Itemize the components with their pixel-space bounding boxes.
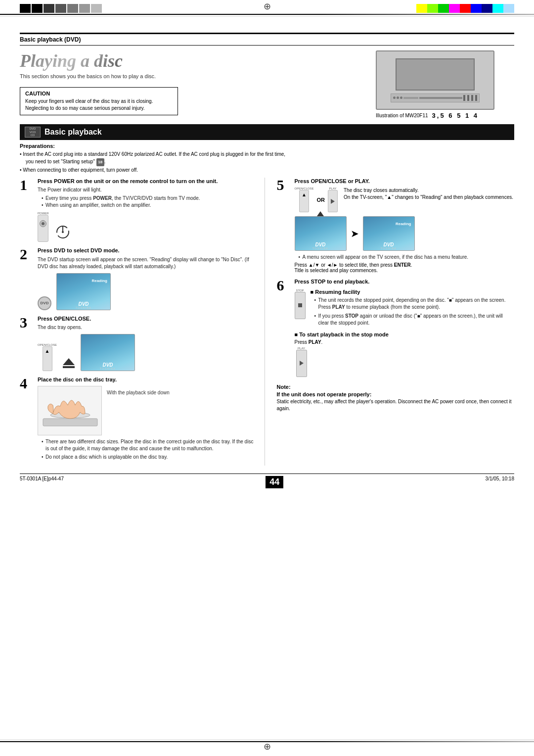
- step-5-title: Press OPEN/CLOSE or PLAY.: [295, 178, 515, 185]
- page-header: Basic playback (DVD): [20, 33, 514, 46]
- power-symbol: [54, 223, 72, 242]
- step-2-illus: DVD Reading DVD TOSHIBA: [38, 273, 258, 310]
- step-2: 2 Press DVD to select DVD mode. The DVD …: [20, 247, 258, 310]
- step-4-content: Place the disc on the disc tray.: [38, 376, 258, 460]
- page-title: Playing a disc: [20, 50, 178, 71]
- note-section: Note: If the unit does not operate prope…: [277, 384, 515, 412]
- swatch-dark1: [44, 4, 54, 13]
- power-btn: [38, 215, 48, 242]
- header-title: Basic playback (DVD): [20, 36, 81, 43]
- step-5-bullets: A menu screen will appear on the TV scre…: [295, 254, 515, 273]
- s5-b1: A menu screen will appear on the TV scre…: [299, 254, 515, 261]
- footer-left: 5T-0301A [E]p44-47: [20, 476, 64, 488]
- step-6-title: Press STOP to end playback.: [295, 278, 515, 285]
- play-stop-mode-area: PLAY: [295, 347, 309, 377]
- play-triangle-2: [300, 361, 304, 366]
- resuming-b1: The unit records the stopped point, depe…: [314, 297, 515, 311]
- openclose-btn-area: OPEN/CLOSE ▲: [38, 343, 57, 371]
- svg-marker-3: [63, 358, 75, 365]
- s5-oc-area: OPEN/CLOSE ▲: [295, 187, 314, 212]
- badge-18: 18: [96, 158, 104, 166]
- stop-btn-area: STOP: [295, 289, 306, 319]
- toshiba-5b: TOSHIBA: [381, 247, 397, 250]
- stop-label: STOP: [296, 289, 304, 292]
- bottom-line: [0, 741, 534, 742]
- step-5-content: Press OPEN/CLOSE or PLAY. OPEN/CLOSE ▲ O…: [295, 178, 515, 273]
- svg-rect-4: [63, 366, 75, 368]
- step-1-b2: When using an amplifier, switch on the a…: [42, 202, 258, 209]
- step-2-text: The DVD startup screen will appear on th…: [38, 256, 258, 270]
- device-mock: [376, 50, 494, 110]
- s5-screen2: Reading DVD TOSHIBA: [363, 216, 415, 251]
- stop-btn: [295, 292, 306, 319]
- arrow-right: ➤: [351, 228, 359, 239]
- s5-press-text: Press ▲/▼ or ◄/► to select title, then p…: [295, 262, 515, 268]
- prep-item1: • Insert the AC cord plug into a standar…: [20, 150, 514, 158]
- s5-text1: The disc tray closes automatically.: [344, 187, 513, 194]
- power-circle: [40, 220, 46, 227]
- preparations-title: Preparations:: [20, 143, 514, 149]
- toshiba-5a: TOSHIBA: [312, 247, 328, 250]
- top-black-swatches: [20, 4, 102, 13]
- prep-item1b: you need to set "Starting setup" 18.: [20, 158, 514, 166]
- title-left: Playing a disc This section shows you th…: [20, 50, 178, 119]
- ctrl-vert2: [467, 95, 469, 101]
- dvd-disc-icon: DVD: [38, 296, 51, 310]
- step-3-number: 3: [20, 315, 35, 330]
- step-4-illus: With the playback side down: [38, 386, 258, 435]
- play-triangle: [331, 199, 335, 204]
- illus-numbers: 3,5 6 5 1 4: [432, 112, 479, 119]
- steps-left-col: 1 Press POWER on the unit or on the remo…: [20, 178, 265, 466]
- step-6-content: Press STOP to end playback. STOP ■ Resum…: [295, 278, 515, 377]
- step-4-bullets: There are two different disc sizes. Plac…: [38, 438, 258, 461]
- step-5-buttons: OPEN/CLOSE ▲ OR PLAY: [295, 187, 515, 212]
- hand-disc-svg: [38, 386, 102, 435]
- preparations-text: • Insert the AC cord plug into a standar…: [20, 150, 514, 174]
- swatch-light1: [91, 4, 102, 13]
- step-3-title: Press OPEN/CLOSE.: [38, 315, 258, 323]
- step-5-number: 5: [277, 178, 292, 192]
- step-3-screen: DVD TOSHIBA: [81, 334, 135, 371]
- step-4-title: Place the disc on the disc tray.: [38, 376, 258, 383]
- footer-right: 3/1/05, 10:18: [486, 476, 514, 488]
- s5-screen1-container: DVD TOSHIBA: [295, 216, 347, 251]
- device-screen: [396, 58, 475, 91]
- note-title: Note:: [277, 384, 515, 390]
- step-4: 4 Place the disc on the disc tray.: [20, 376, 258, 460]
- step-1-number: 1: [20, 178, 35, 192]
- step-6-number: 6: [277, 278, 292, 293]
- swatch-gray1: [67, 4, 78, 13]
- power-btn-area: POWER: [38, 212, 49, 242]
- title-subtitle: This section shows you the basics on how…: [20, 73, 178, 79]
- step-4-b2: Do not place a disc which is unplayable …: [42, 454, 258, 461]
- ctrl-vert3: [471, 95, 473, 101]
- swatch-dark2: [55, 4, 66, 13]
- swatch-darkblue: [482, 4, 492, 13]
- step-6: 6 Press STOP to end playback. STOP ■ Res…: [277, 278, 515, 377]
- s5-oc-btn: ▲: [299, 190, 309, 212]
- power-icon: [54, 223, 72, 241]
- top-color-swatches: [416, 4, 514, 13]
- step-4-side-text: With the playback side down: [107, 390, 170, 395]
- prep-item2: • When connecting to other equipment, tu…: [20, 166, 514, 174]
- caution-text1: Keep your fingers well clear of the disc…: [25, 98, 173, 105]
- reading-overlay-5: Reading: [396, 222, 411, 226]
- device-illustration-area: Illustration of MW20F11 3,5 6 5 1 4: [376, 50, 514, 119]
- page-number: 44: [266, 476, 283, 488]
- toshiba-text-2: TOSHIBA: [76, 306, 91, 309]
- swatch-chartreuse: [427, 4, 438, 13]
- stop-square-icon: [298, 303, 302, 307]
- disc-hand-area: [38, 386, 102, 435]
- swatch-yellow: [416, 4, 427, 13]
- swatch-black2: [32, 4, 43, 13]
- step-3-text: The disc tray opens.: [38, 324, 258, 331]
- stop-mode-text: Press PLAY.: [295, 339, 515, 345]
- section-icon: DVD VCD CD: [25, 127, 41, 138]
- section-title: Basic playback: [44, 128, 102, 137]
- ctrl-bar2: [419, 97, 462, 99]
- illus-caption-row: Illustration of MW20F11 3,5 6 5 1 4: [376, 112, 514, 119]
- or-label: OR: [317, 197, 325, 203]
- step-3-illus: OPEN/CLOSE ▲ DVD: [38, 334, 258, 371]
- power-dot: [42, 222, 44, 225]
- s5-text2: On the TV-screen, "▲" changes to "Readin…: [344, 194, 513, 201]
